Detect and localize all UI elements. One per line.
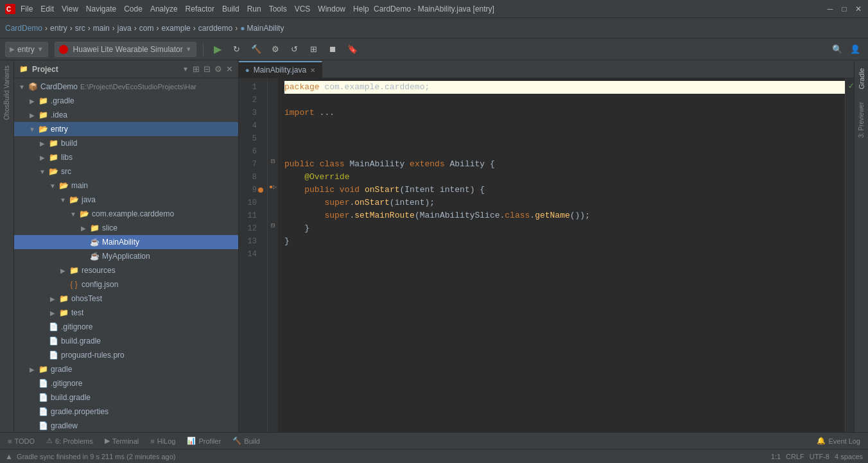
bottom-tab-build[interactable]: 🔨 Build (227, 434, 265, 448)
refresh-button[interactable]: ↺ (287, 42, 302, 57)
tree-arrow: ▼ (68, 211, 78, 218)
gutter-6 (268, 143, 278, 155)
breadcrumb-carddemo[interactable]: CardDemo (5, 24, 42, 33)
menu-tools[interactable]: Tools (269, 4, 287, 13)
stop-button[interactable]: ⏹ (326, 42, 341, 57)
menu-build[interactable]: Build (222, 4, 239, 13)
fold-arrow-12[interactable]: ⊟ (271, 220, 275, 232)
editor-tab-mainability[interactable]: ● MainAbility.java ✕ (239, 61, 322, 78)
scrollbar-area: ✓ (845, 78, 854, 432)
window-controls[interactable]: ─ □ ✕ (826, 4, 863, 13)
tree-item-main[interactable]: ▼ 📂 main (14, 179, 238, 193)
breadcrumb-example[interactable]: example (161, 24, 190, 33)
tree-item-java[interactable]: ▼ 📂 java (14, 193, 238, 207)
tree-item-build-gradle-entry[interactable]: 📄 build.gradle (14, 334, 238, 348)
sync-button[interactable]: ↻ (229, 42, 245, 57)
menu-navigate[interactable]: Navigate (86, 4, 116, 13)
tree-item-ohostest[interactable]: ▶ 📁 ohosTest (14, 292, 238, 306)
ln-11: 11 (239, 209, 262, 222)
tree-item-gradle-hidden[interactable]: ▶ 📁 .gradle (14, 94, 238, 108)
status-encoding[interactable]: UTF-8 (810, 453, 829, 460)
bottom-tab-terminal[interactable]: ▶ Terminal (100, 434, 144, 448)
minimize-button[interactable]: ─ (826, 4, 835, 13)
tree-item-gradle-properties[interactable]: 📄 gradle.properties (14, 405, 238, 419)
status-linesep[interactable]: CRLF (786, 453, 804, 460)
tree-item-gradlew[interactable]: 📄 gradlew (14, 419, 238, 432)
settings-gear-button[interactable]: 👤 (847, 42, 863, 57)
menu-analyze[interactable]: Analyze (150, 4, 178, 13)
bookmark-button[interactable]: 🔖 (345, 42, 360, 57)
breadcrumb-file[interactable]: ● MainAbility (240, 24, 284, 33)
folder-icon: 📁 (37, 109, 49, 121)
tree-item-src[interactable]: ▼ 📂 src (14, 164, 238, 179)
tree-item-gradle-root[interactable]: ▶ 📁 gradle (14, 362, 238, 376)
close-panel-icon[interactable]: ✕ (226, 64, 233, 74)
right-tab-gradle[interactable]: Gradle (855, 63, 868, 94)
token-brace: } (284, 222, 309, 235)
close-button[interactable]: ✕ (854, 4, 863, 13)
status-position[interactable]: 1:1 (771, 453, 781, 460)
token-space2 (345, 158, 350, 171)
token-setmainroute: setMainRoute (354, 209, 415, 222)
tree-item-resources[interactable]: ▶ 📁 resources (14, 263, 238, 277)
tree-item-entry[interactable]: ▼ 📂 entry (14, 122, 238, 136)
tree-item-build-gradle-root[interactable]: 📄 build.gradle (14, 390, 238, 405)
breadcrumb-java[interactable]: java (117, 24, 132, 33)
fold-indicator-9[interactable]: ▷ (273, 181, 277, 194)
menu-code[interactable]: Code (124, 4, 143, 13)
menu-file[interactable]: File (21, 4, 33, 13)
token-kw: package (284, 81, 320, 94)
menu-bar[interactable]: File Edit View Navigate Code Analyze Ref… (21, 4, 369, 13)
bottom-tab-problems[interactable]: ⚠ 6: Problems (41, 434, 98, 448)
left-tab-ohosbuild[interactable]: OhosBuild Variants (1, 60, 12, 125)
tree-item-libs[interactable]: ▶ 📁 libs (14, 150, 238, 164)
run-button[interactable]: ▶ (210, 42, 225, 57)
tree-item-package[interactable]: ▼ 📂 com.example.carddemo (14, 207, 238, 221)
status-indent[interactable]: 4 spaces (835, 453, 863, 460)
right-tab-previewer[interactable]: 3: Previewer (856, 97, 867, 143)
java-tab-icon: ● (245, 66, 250, 74)
bottom-tab-profiler[interactable]: 📊 Profiler (182, 434, 226, 448)
breadcrumb-main[interactable]: main (93, 24, 110, 33)
menu-view[interactable]: View (62, 4, 78, 13)
event-log-button[interactable]: 🔔 Event Log (812, 434, 865, 448)
menu-help[interactable]: Help (353, 4, 369, 13)
tree-item-myapplication[interactable]: ☕ MyApplication (14, 249, 238, 263)
settings-tree-icon[interactable]: ⚙ (214, 64, 222, 74)
breadcrumb-com[interactable]: com (139, 24, 154, 33)
simulator-dropdown[interactable]: Huawei Lite Wearable Simulator ▼ (55, 42, 196, 57)
tree-item-carddemo[interactable]: ▼ 📦 CardDemo E:\Project\DevEcoStudioProj… (14, 80, 238, 94)
breadcrumb-entry[interactable]: entry (50, 24, 67, 33)
menu-vcs[interactable]: VCS (295, 4, 311, 13)
build-button[interactable]: 🔨 (248, 42, 264, 57)
settings-button[interactable]: ⚙ (268, 42, 283, 57)
expand-icon[interactable]: ▲ (5, 452, 13, 461)
maximize-button[interactable]: □ (840, 4, 849, 13)
bottom-tab-hilog[interactable]: ≡ HiLog (145, 434, 180, 448)
tree-item-idea[interactable]: ▶ 📁 .idea (14, 108, 238, 122)
expand-all-icon[interactable]: ⊞ (193, 64, 200, 74)
tree-item-slice[interactable]: ▶ 📁 slice (14, 221, 238, 235)
tree-item-gitignore-root[interactable]: 📄 .gitignore (14, 376, 238, 390)
menu-edit[interactable]: Edit (40, 4, 54, 13)
breadcrumb-src[interactable]: src (75, 24, 85, 33)
bottom-tab-todo[interactable]: ≡ TODO (3, 434, 40, 448)
entry-dropdown[interactable]: ▶ entry ▼ (5, 42, 48, 57)
breadcrumb-carddemo2[interactable]: carddemo (198, 24, 232, 33)
token-space (334, 184, 340, 197)
tree-item-mainability[interactable]: ☕ MainAbility (14, 235, 238, 249)
tree-item-proguard[interactable]: 📄 proguard-rules.pro (14, 348, 238, 362)
tree-item-gitignore-entry[interactable]: 📄 .gitignore (14, 320, 238, 334)
tab-close-button[interactable]: ✕ (310, 67, 315, 74)
tree-item-test[interactable]: ▶ 📁 test (14, 306, 238, 320)
menu-window[interactable]: Window (318, 4, 345, 13)
collapse-all-icon[interactable]: ⊟ (204, 64, 211, 74)
search-everywhere-button[interactable]: 🔍 (829, 42, 845, 57)
layout-button[interactable]: ⊞ (306, 42, 322, 57)
menu-refactor[interactable]: Refactor (186, 4, 214, 13)
menu-run[interactable]: Run (247, 4, 261, 13)
code-content[interactable]: package com.example.carddemo; import ...… (278, 78, 845, 432)
tree-item-config-json[interactable]: { } config.json (14, 277, 238, 292)
tree-item-build-folder[interactable]: ▶ 📁 build (14, 136, 238, 150)
fold-arrow-7[interactable]: ⊟ (271, 155, 275, 168)
